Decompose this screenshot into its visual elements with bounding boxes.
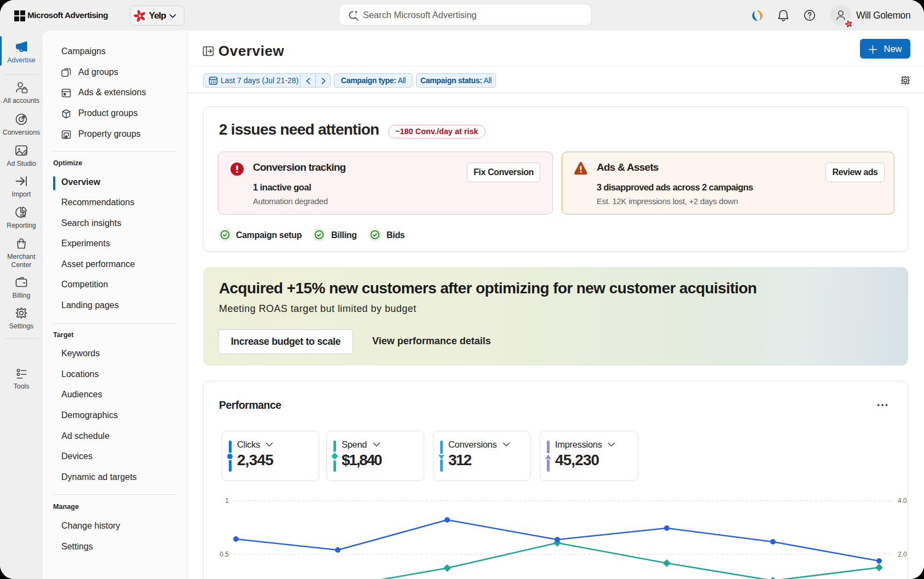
svg-text:0.5: 0.5 (220, 551, 229, 558)
svg-text:1: 1 (225, 497, 229, 505)
svg-text:4.0: 4.0 (898, 497, 907, 505)
svg-text:2.0: 2.0 (898, 551, 907, 558)
